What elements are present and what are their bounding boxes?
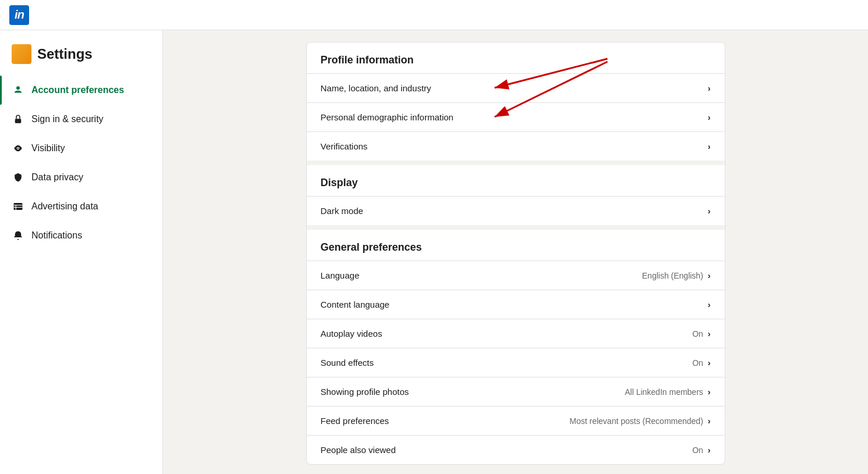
settings-row-sound-effects[interactable]: Sound effectsOn› [307,348,725,377]
section-display: DisplayDark mode› [307,165,725,230]
section-title-profile-information: Profile information [307,42,725,73]
eye-icon [12,142,24,155]
row-label-people-also-viewed: People also viewed [321,445,396,455]
svg-point-3 [17,148,19,149]
row-label-container-dark-mode: Dark mode [321,206,363,216]
settings-avatar [12,44,31,64]
sidebar-item-notifications[interactable]: Notifications [0,221,162,250]
section-title-display: Display [307,165,725,196]
svg-point-0 [16,86,20,90]
row-label-container-feed-preferences: Feed preferences [321,416,389,426]
svg-rect-1 [15,119,22,123]
chevron-right-icon: › [708,271,711,280]
person-icon [12,84,24,97]
settings-row-people-also-viewed[interactable]: People also viewedOn› [307,435,725,464]
sidebar-item-sign-in-security[interactable]: Sign in & security [0,105,162,134]
sidebar-item-label-account-preferences: Account preferences [31,85,124,95]
row-right-sound-effects: On› [692,358,710,368]
ad-icon [12,200,24,213]
sidebar-title-text: Settings [37,46,93,62]
row-value-sound-effects: On [692,358,703,368]
row-label-showing-profile-photos: Showing profile photos [321,387,409,397]
row-label-feed-preferences: Feed preferences [321,416,389,426]
chevron-right-icon: › [708,206,711,216]
settings-row-dark-mode[interactable]: Dark mode› [307,196,725,225]
settings-row-language[interactable]: LanguageEnglish (English)› [307,261,725,290]
sidebar-item-label-data-privacy: Data privacy [31,172,83,183]
row-label-name-location: Name, location, and industry [321,83,431,93]
row-label-container-showing-profile-photos: Showing profile photos [321,387,409,397]
settings-row-feed-preferences[interactable]: Feed preferencesMost relevant posts (Rec… [307,406,725,435]
row-value-feed-preferences: Most relevant posts (Recommended) [569,416,703,426]
settings-row-verifications[interactable]: Verifications› [307,131,725,161]
top-navigation: in [0,0,868,30]
row-label-container-autoplay-videos: Autoplay videos [321,329,382,338]
settings-row-autoplay-videos[interactable]: Autoplay videosOn› [307,319,725,348]
row-label-container-personal-demographic: Personal demographic information [321,112,454,122]
chevron-right-icon: › [708,142,711,151]
sidebar: Settings Account preferencesSign in & se… [0,30,163,474]
section-general-preferences: General preferencesLanguageEnglish (Engl… [307,230,725,464]
chevron-right-icon: › [708,84,711,93]
row-label-container-verifications: Verifications [321,141,368,151]
content-area: Profile informationName, location, and i… [163,30,868,474]
settings-row-personal-demographic[interactable]: Personal demographic information› [307,102,725,131]
linkedin-logo[interactable]: in [9,5,29,25]
settings-row-showing-profile-photos[interactable]: Showing profile photosAll LinkedIn membe… [307,377,725,406]
row-right-language: English (English)› [642,271,711,280]
settings-row-name-location[interactable]: Name, location, and industry› [307,73,725,102]
row-right-feed-preferences: Most relevant posts (Recommended)› [569,416,710,426]
sidebar-item-label-sign-in-security: Sign in & security [31,114,104,124]
row-right-name-location: › [708,84,711,93]
row-label-container-people-also-viewed: People also viewed [321,445,396,455]
section-title-general-preferences: General preferences [307,230,725,261]
sidebar-item-label-visibility: Visibility [31,143,65,154]
lock-icon [12,113,24,126]
sidebar-item-label-advertising-data: Advertising data [31,201,98,212]
sidebar-item-data-privacy[interactable]: Data privacy [0,163,162,192]
chevron-right-icon: › [708,113,711,122]
chevron-right-icon: › [708,329,711,338]
row-right-autoplay-videos: On› [692,329,710,338]
sidebar-item-account-preferences[interactable]: Account preferences [0,76,162,105]
settings-panel: Profile informationName, location, and i… [306,42,725,465]
row-right-showing-profile-photos: All LinkedIn members› [625,387,710,397]
bell-icon [12,229,24,242]
row-label-language: Language [321,270,360,280]
sidebar-item-advertising-data[interactable]: Advertising data [0,192,162,221]
chevron-right-icon: › [708,300,711,309]
settings-row-content-language[interactable]: Content language› [307,290,725,319]
chevron-right-icon: › [708,446,711,455]
row-right-people-also-viewed: On› [692,446,710,455]
chevron-right-icon: › [708,416,711,426]
row-label-container-content-language: Content language [321,300,389,309]
row-right-verifications: › [708,142,711,151]
row-label-sound-effects: Sound effects [321,358,374,368]
row-value-showing-profile-photos: All LinkedIn members [625,387,703,397]
row-value-autoplay-videos: On [692,329,703,338]
chevron-right-icon: › [708,387,711,397]
row-label-autoplay-videos: Autoplay videos [321,329,382,338]
row-label-container-sound-effects: Sound effects [321,358,374,368]
row-value-language: English (English) [642,271,703,280]
chevron-right-icon: › [708,358,711,368]
row-label-container-language: Language [321,270,360,280]
row-right-personal-demographic: › [708,113,711,122]
svg-rect-4 [14,203,23,210]
row-value-people-also-viewed: On [692,446,703,455]
row-label-container-name-location: Name, location, and industry [321,83,431,93]
sidebar-item-label-notifications: Notifications [31,230,82,241]
section-profile-information: Profile informationName, location, and i… [307,42,725,165]
sidebar-item-visibility[interactable]: Visibility [0,134,162,163]
row-right-content-language: › [708,300,711,309]
row-label-verifications: Verifications [321,141,368,151]
row-right-dark-mode: › [708,206,711,216]
row-label-dark-mode: Dark mode [321,206,363,216]
shield-icon [12,171,24,184]
main-layout: Settings Account preferencesSign in & se… [0,30,868,474]
sidebar-navigation: Account preferencesSign in & securityVis… [0,76,162,250]
row-label-personal-demographic: Personal demographic information [321,112,454,122]
sidebar-title: Settings [0,44,162,76]
row-label-content-language: Content language [321,300,389,309]
